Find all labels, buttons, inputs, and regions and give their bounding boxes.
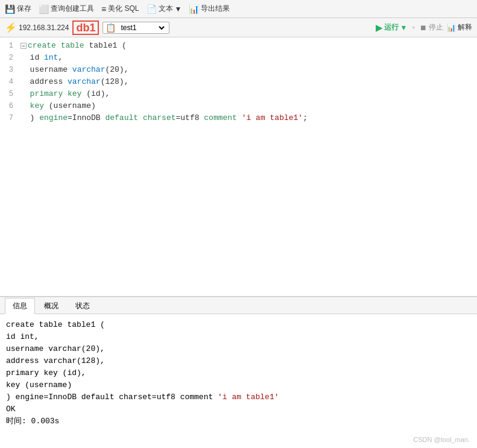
token-kw: engine [39, 113, 68, 122]
bottom-tab-信息[interactable]: 信息 [5, 298, 35, 314]
code-line: 4 address varchar(128), [0, 76, 477, 88]
export-icon: 📊 [189, 4, 199, 14]
bottom-tab-概况[interactable]: 概况 [36, 298, 66, 314]
token-kw: comment [204, 113, 237, 122]
line-number: 1 [0, 40, 18, 52]
token-plain: (username) [44, 101, 96, 110]
main-container: 💾 保存 ⬜ 查询创建工具 ≡ 美化 SQL 📄 文本 ▼ 📊 导出结果 ⚡ 1… [0, 0, 477, 448]
line-number: 2 [0, 52, 18, 64]
line-content: −create table table1 ( [18, 40, 477, 52]
code-line: 1−create table table1 ( [0, 40, 477, 52]
query-builder-label: 查询创建工具 [51, 4, 94, 14]
stop-icon: ⏹ [420, 24, 427, 32]
token-kw: table [61, 41, 84, 50]
token-plain [237, 113, 242, 122]
bottom-tabs: 信息概况状态 [0, 297, 477, 314]
query-builder-icon: ⬜ [39, 4, 49, 14]
token-plain [21, 101, 30, 110]
line-number: 6 [0, 100, 18, 112]
stop-label: 停止 [429, 22, 443, 33]
text-icon: 📄 [147, 4, 157, 14]
run-button[interactable]: ▶ 运行 ▼ [376, 22, 408, 33]
result-line: 时间: 0.003s [6, 415, 471, 427]
database-select[interactable]: test1 [118, 23, 166, 33]
connection-icon: ⚡ [5, 22, 17, 33]
bottom-tab-状态[interactable]: 状态 [68, 298, 98, 314]
save-label: 保存 [17, 4, 31, 14]
line-content: primary key (id), [18, 88, 477, 100]
line-number: 3 [0, 64, 18, 76]
query-builder-button[interactable]: ⬜ 查询创建工具 [39, 4, 94, 14]
token-kw-blue: varchar [68, 77, 101, 86]
token-plain [138, 113, 143, 122]
result-line: primary key (id), [6, 367, 471, 379]
text-label: 文本 [159, 4, 173, 14]
line-content: username varchar(20), [18, 64, 477, 76]
text-button[interactable]: 📄 文本 ▼ [147, 4, 182, 14]
token-kw: create [28, 41, 56, 50]
fold-marker[interactable]: − [21, 43, 27, 49]
run-dropdown-arrow: ▼ [400, 24, 408, 32]
line-number: 7 [0, 112, 18, 124]
bottom-panel: 信息概况状态 create table table1 (id int,usern… [0, 297, 477, 448]
line-number: 4 [0, 76, 18, 88]
token-kw-blue: varchar [72, 65, 106, 74]
token-plain: ) [21, 113, 39, 122]
stop-button[interactable]: ⏹ 停止 [420, 22, 443, 33]
explain-icon: 📊 [447, 24, 456, 32]
token-plain: table1 ( [84, 41, 127, 50]
code-line: 2 id int, [0, 52, 477, 64]
result-string: 'i am table1' [218, 393, 279, 402]
result-line: OK [6, 403, 471, 415]
line-content: ) engine=InnoDB default charset=utf8 com… [18, 112, 477, 124]
export-label: 导出结果 [201, 4, 230, 14]
beautify-label: 美化 SQL [108, 4, 139, 14]
beautify-sql-button[interactable]: ≡ 美化 SQL [101, 4, 139, 14]
token-plain [56, 41, 61, 50]
token-plain: address [21, 77, 68, 86]
play-icon: ▶ [376, 23, 382, 33]
token-kw: primary key [30, 89, 82, 98]
run-sep: ▪ [412, 23, 415, 32]
token-plain: =InnoDB [68, 113, 105, 122]
line-number: 5 [0, 88, 18, 100]
text-dropdown-arrow: ▼ [175, 5, 182, 13]
result-line: username varchar(20), [6, 343, 471, 355]
table-icon: 📋 [106, 23, 116, 33]
token-plain: , [58, 53, 63, 62]
db-label: db1 [76, 22, 95, 33]
token-plain: (id), [81, 89, 110, 98]
export-button[interactable]: 📊 导出结果 [189, 4, 230, 14]
connection-host: ⚡ 192.168.31.224 [5, 22, 69, 33]
token-plain: (20), [105, 65, 128, 74]
watermark: CSDN @tool_man. [413, 436, 470, 443]
token-kw: charset [143, 113, 176, 122]
explain-button[interactable]: 📊 解释 [447, 22, 472, 33]
toolbar: 💾 保存 ⬜ 查询创建工具 ≡ 美化 SQL 📄 文本 ▼ 📊 导出结果 [0, 0, 477, 18]
line-content: address varchar(128), [18, 76, 477, 88]
result-line: address varchar(128), [6, 355, 471, 367]
result-line: id int, [6, 331, 471, 343]
result-content: create table table1 (id int,username var… [0, 314, 477, 448]
token-plain [21, 89, 30, 98]
connection-bar: ⚡ 192.168.31.224 db1 📋 test1 ▶ 运行 ▼ ▪ ⏹ … [0, 18, 477, 37]
save-button[interactable]: 💾 保存 [5, 4, 31, 14]
token-kw: default [105, 113, 138, 122]
token-plain: ; [303, 113, 308, 122]
connection-db: db1 [72, 21, 99, 35]
code-line: 3 username varchar(20), [0, 64, 477, 76]
token-plain: username [21, 65, 72, 74]
token-kw-blue: int [44, 53, 58, 62]
database-selector[interactable]: 📋 test1 [103, 22, 169, 34]
run-label: 运行 [384, 22, 399, 33]
sql-editor[interactable]: 1−create table table1 (2 id int,3 userna… [0, 37, 477, 297]
result-line: ) engine=InnoDB default charset=utf8 com… [6, 391, 471, 403]
token-plain: id [21, 53, 44, 62]
token-plain: =utf8 [175, 113, 204, 122]
token-str: 'i am table1' [242, 113, 303, 122]
beautify-icon: ≡ [101, 4, 106, 14]
token-plain: (128), [101, 77, 129, 86]
result-line: create table table1 ( [6, 319, 471, 331]
save-icon: 💾 [5, 4, 15, 14]
explain-label: 解释 [458, 22, 472, 33]
